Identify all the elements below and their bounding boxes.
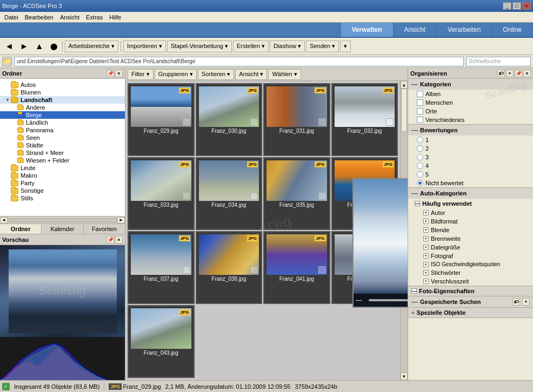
- maximize-button[interactable]: □: [512, 2, 521, 10]
- tab-favoriten[interactable]: Favoriten: [84, 224, 125, 234]
- tree-item-strand[interactable]: Strand + Meer: [0, 149, 125, 157]
- tree-item-seen[interactable]: Seen: [0, 134, 125, 141]
- expand-verschlusszeit[interactable]: +: [423, 279, 429, 284]
- erstellen-dropdown[interactable]: Erstellen ▾: [233, 40, 269, 52]
- vscroll-thumb[interactable]: [401, 89, 407, 132]
- tab-kalender[interactable]: Kalender: [42, 224, 83, 234]
- up-button[interactable]: ▲: [32, 40, 46, 53]
- org-close-btn[interactable]: ×: [523, 70, 531, 77]
- bewertung-3[interactable]: 3: [408, 153, 533, 161]
- tree-item-wiesen[interactable]: Wiesen + Felder: [0, 157, 125, 164]
- haeufig-verschlusszeit[interactable]: + Verschlusszeit: [412, 277, 533, 286]
- scroll-track[interactable]: [8, 218, 117, 222]
- radio-1[interactable]: [417, 137, 423, 143]
- close-button[interactable]: ×: [522, 2, 531, 10]
- tree-item-berge[interactable]: Berge: [0, 111, 125, 119]
- image-cell-franz029[interactable]: JPG Franz_029.jpg: [128, 83, 195, 156]
- checkbox-alben[interactable]: [417, 91, 423, 97]
- haeufig-fotograf[interactable]: + Fotograf: [412, 252, 533, 260]
- checkbox-menschen[interactable]: [417, 99, 423, 106]
- forward-button[interactable]: ►: [17, 40, 31, 53]
- tree-item-andere[interactable]: Andere: [0, 104, 125, 111]
- expand-iso[interactable]: +: [423, 262, 429, 267]
- image-cell-franz034[interactable]: JPG Franz_034.jpg: [196, 157, 263, 230]
- check-franz033[interactable]: [183, 192, 190, 200]
- image-cell-franz033[interactable]: JPG Franz_033.jpg: [128, 157, 195, 230]
- expand-bildformat[interactable]: +: [423, 219, 429, 224]
- gesp-icon1[interactable]: 🏷: [512, 298, 520, 306]
- spezielle-title[interactable]: + Spezielle Objekte: [408, 308, 533, 317]
- check-franz029[interactable]: [183, 118, 190, 126]
- sortieren-dropdown[interactable]: Sortieren ▾: [198, 69, 235, 80]
- haeufig-iso[interactable]: + ISO Geschwindigkeitsquoten: [412, 260, 533, 268]
- more-dropdown[interactable]: ▾: [340, 40, 351, 52]
- check-franz041[interactable]: [318, 266, 326, 274]
- ansicht-dropdown[interactable]: Ansicht ▾: [235, 69, 267, 80]
- senden-dropdown[interactable]: Senden ▾: [306, 40, 339, 52]
- haeufig-blende[interactable]: + Blende: [412, 226, 533, 234]
- kategorie-alben[interactable]: Alben: [408, 90, 533, 98]
- radio-nicht[interactable]: [417, 180, 423, 186]
- check-franz035[interactable]: [318, 192, 326, 200]
- scroll-left-btn[interactable]: ◄: [0, 217, 8, 224]
- org-icon-btn2[interactable]: +: [506, 70, 514, 77]
- tab-ansicht[interactable]: Ansicht: [394, 23, 437, 37]
- tree-item-makro[interactable]: Makro: [0, 172, 125, 179]
- path-box[interactable]: und Einstellungen\Pat\Eigene Dateien\Tes…: [14, 57, 464, 66]
- bewertung-4[interactable]: 4: [408, 161, 533, 170]
- menu-ansicht[interactable]: Ansicht: [57, 13, 83, 22]
- tab-verarbeiten[interactable]: Verarbeiten: [437, 23, 492, 37]
- expand-fotograf[interactable]: +: [423, 253, 429, 259]
- checkbox-verschiedenes[interactable]: [417, 117, 423, 123]
- menu-extras[interactable]: Extras: [83, 13, 106, 22]
- expand-brennweite[interactable]: +: [423, 236, 429, 241]
- tree-item-leute[interactable]: Leute: [0, 164, 125, 172]
- kategorien-title[interactable]: — Kategorien: [408, 79, 533, 90]
- image-cell-franz032[interactable]: JPG Franz_032.jpg: [331, 83, 398, 156]
- tree-item-blumen[interactable]: Blumen: [0, 89, 125, 96]
- bewertung-5[interactable]: 5: [408, 170, 533, 179]
- popup-zoom-track[interactable]: [369, 299, 408, 301]
- haeufig-dateigroesse[interactable]: + Dateigröße: [412, 243, 533, 252]
- gesp-icon2[interactable]: +: [522, 298, 530, 306]
- haeufig-title[interactable]: — Häufig verwendet: [412, 199, 533, 208]
- org-icon-btn1[interactable]: 🏷: [497, 70, 505, 77]
- scroll-right-btn[interactable]: ►: [117, 217, 125, 224]
- image-cell-franz038[interactable]: JPG Franz_038.jpg: [196, 231, 263, 304]
- bewertung-2[interactable]: 2: [408, 144, 533, 153]
- expand-stichwoerter[interactable]: +: [423, 270, 429, 275]
- menu-bearbeiten[interactable]: Bearbeiten: [22, 13, 57, 22]
- menu-hilfe[interactable]: Hilfe: [106, 13, 124, 22]
- haeufig-autor[interactable]: + Autor: [412, 208, 533, 217]
- image-cell-franz031[interactable]: JPG Franz_031.jpg: [263, 83, 330, 156]
- tree-hscrollbar[interactable]: ◄ ►: [0, 216, 125, 224]
- kategorie-orte[interactable]: Orte: [408, 107, 533, 116]
- tree-item-landschaft[interactable]: ▼ Landschaft: [0, 96, 125, 104]
- expand-blende[interactable]: +: [423, 227, 429, 233]
- radio-3[interactable]: [417, 154, 423, 160]
- back-button[interactable]: ◄: [2, 40, 16, 53]
- tree-item-staedte[interactable]: Städte: [0, 141, 125, 149]
- image-cell-row4a[interactable]: JPG Franz_043.jpg: [128, 305, 195, 378]
- check-franz032[interactable]: [386, 118, 394, 126]
- expand-autor[interactable]: +: [423, 210, 429, 215]
- kategorie-verschiedenes[interactable]: Verschiedenes: [408, 116, 533, 124]
- gruppieren-dropdown[interactable]: Gruppieren ▾: [155, 69, 197, 80]
- autokategorien-title[interactable]: — Auto-Kategorien: [408, 188, 533, 199]
- tree-item-party[interactable]: Party: [0, 179, 125, 187]
- tree-item-stills[interactable]: Stills: [0, 194, 125, 202]
- vscroll-down-btn[interactable]: ▼: [401, 373, 408, 380]
- tab-online[interactable]: Online: [492, 23, 533, 37]
- bewertung-nicht[interactable]: Nicht bewertet: [408, 179, 533, 187]
- check-franz038[interactable]: [250, 266, 258, 274]
- tree-item-laendlich[interactable]: Ländlich: [0, 119, 125, 126]
- menu-datei[interactable]: Datei: [1, 13, 22, 22]
- haeufig-expand[interactable]: —: [415, 201, 420, 206]
- check-franz037[interactable]: [183, 266, 190, 274]
- image-cell-franz030[interactable]: JPG Franz_030.jpg: [196, 83, 263, 156]
- panel-close-button[interactable]: ×: [115, 70, 123, 77]
- bewertungen-title[interactable]: — Bewertungen: [408, 125, 533, 136]
- image-cell-franz041[interactable]: JPG Franz_041.jpg: [263, 231, 330, 304]
- vscroll-up-btn[interactable]: ▲: [401, 81, 408, 89]
- preview-pin-btn[interactable]: 📌: [106, 236, 114, 244]
